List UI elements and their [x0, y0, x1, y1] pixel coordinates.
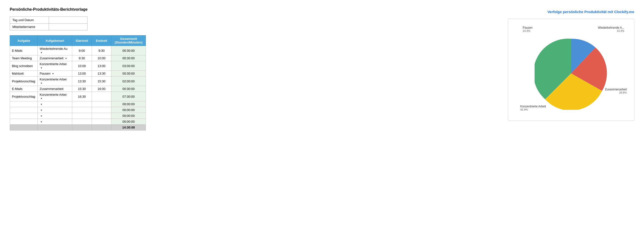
header-aufgabe: Aufgabe: [10, 35, 38, 46]
cell-art[interactable]: ▼: [38, 101, 72, 107]
cell-aufgabe: Mahlzeit: [10, 71, 38, 76]
cell-start: 10:00: [72, 61, 92, 71]
konzentriert-pct: 42.9%: [520, 108, 546, 111]
table-row: ProjektvorschlagKonzentrierte Arbei ▼16:…: [10, 92, 146, 101]
cell-art[interactable]: Zusammenarbeit: [38, 86, 72, 92]
dropdown-arrow[interactable]: ▼: [40, 97, 42, 100]
cell-aufgabe: Team Meeting: [10, 55, 38, 61]
dropdown-arrow[interactable]: ▼: [40, 67, 42, 69]
cell-end: [92, 92, 111, 101]
cell-art[interactable]: Wiederkehrende Au ▼: [38, 46, 72, 55]
cell-start: [72, 101, 92, 107]
label-tag-datum: Tag und Datum: [10, 17, 49, 23]
header-startzeit: Startzeit: [72, 35, 92, 46]
cell-end: 16:00: [92, 86, 111, 92]
cell-total: 07:30:00: [111, 92, 146, 101]
dropdown-arrow[interactable]: ▼: [40, 121, 42, 123]
total-empty-cell: [10, 125, 38, 130]
cell-total: 00:00:00: [111, 101, 146, 107]
header-endzeit: Endzeit: [92, 35, 111, 46]
cell-art[interactable]: Pausen ▼: [38, 71, 72, 76]
cell-art[interactable]: Konzentrierte Arbei ▼: [38, 92, 72, 101]
zusammenarbeit-pct: 28.6%: [605, 91, 627, 94]
label-wiederkehrend: Wiederkehrende A... 14.3%: [598, 26, 624, 32]
total-empty-cell: [72, 125, 92, 130]
dropdown-arrow[interactable]: ▼: [40, 103, 42, 106]
table-row: ▼00:00:00: [10, 119, 146, 125]
value-mitarbeitername[interactable]: [48, 23, 87, 30]
label-mitarbeitername: Mitarbeitername: [10, 23, 49, 30]
cell-art[interactable]: ▼: [38, 113, 72, 119]
wiederkehrend-pct: 14.3%: [598, 29, 624, 32]
cell-end: 13:30: [92, 71, 111, 76]
cell-art[interactable]: ▼: [38, 107, 72, 113]
cell-total: 00:00:00: [111, 113, 146, 119]
cell-start: [72, 119, 92, 125]
table-row: ProjektvorschlagKonzentrierte Arbei ▼13:…: [10, 76, 146, 86]
value-tag-datum[interactable]: [48, 17, 87, 23]
cell-art[interactable]: Konzentrierte Arbei ▼: [38, 76, 72, 86]
clockify-link[interactable]: Verfolge persönliche Produktivität mit C…: [548, 10, 634, 14]
cell-start: 13:00: [72, 71, 92, 76]
cell-aufgabe: [10, 101, 38, 107]
cell-total: 03:00:00: [111, 61, 146, 71]
cell-start: 9:00: [72, 46, 92, 55]
cell-start: 16:30: [72, 92, 92, 101]
cell-aufgabe: Projektvorschlag: [10, 92, 38, 101]
cell-start: [72, 107, 92, 113]
table-row: ▼00:00:00: [10, 107, 146, 113]
cell-end: [92, 107, 111, 113]
table-row: ▼00:00:00: [10, 101, 146, 107]
cell-aufgabe: [10, 107, 38, 113]
konzentriert-name: Konzentrierte Arbeit: [520, 105, 546, 108]
cell-start: [72, 113, 92, 119]
cell-start: 9:30: [72, 55, 92, 61]
cell-total: 00:30:00: [111, 46, 146, 55]
cell-aufgabe: [10, 119, 38, 125]
right-section: Verfolge persönliche Produktivität mit C…: [156, 7, 634, 121]
dropdown-arrow[interactable]: ▼: [40, 51, 42, 54]
dropdown-arrow[interactable]: ▼: [65, 57, 67, 60]
dropdown-arrow[interactable]: ▼: [52, 72, 54, 75]
label-konzentriert: Konzentrierte Arbeit 42.9%: [520, 105, 546, 111]
chart-container: Pausen 14.3% Wiederkehrende A... 14.3% Z…: [508, 19, 634, 121]
cell-art[interactable]: Konzentrierte Arbei ▼: [38, 61, 72, 71]
total-empty-cell: [92, 125, 111, 130]
pie-chart: [534, 37, 608, 110]
cell-art[interactable]: Zusammenarbeit ▼: [38, 55, 72, 61]
cell-aufgabe: [10, 113, 38, 119]
cell-end: [92, 101, 111, 107]
cell-start: 15:30: [72, 86, 92, 92]
table-row: E-MailsWiederkehrende Au ▼9:009:3000:30:…: [10, 46, 146, 55]
left-section: Persönliche-Produktivitäts-Berichtvorlag…: [10, 7, 146, 130]
label-pausen: Pausen 14.3%: [523, 26, 533, 32]
cell-total: 00:00:00: [111, 107, 146, 113]
dropdown-arrow[interactable]: ▼: [40, 82, 42, 85]
table-row: Team MeetingZusammenarbeit ▼9:3010:0000:…: [10, 55, 146, 61]
page-layout: Persönliche-Produktivitäts-Berichtvorlag…: [10, 7, 634, 130]
pausen-name: Pausen: [523, 26, 533, 29]
cell-total: 00:30:00: [111, 86, 146, 92]
cell-total: 02:00:00: [111, 76, 146, 86]
cell-total: 00:30:00: [111, 71, 146, 76]
header-gesamtzeit: Gesamtzeit (Stunden/Minuten): [111, 35, 146, 46]
cell-art[interactable]: ▼: [38, 119, 72, 125]
cell-total: 00:00:00: [111, 119, 146, 125]
wiederkehrend-name: Wiederkehrende A...: [598, 26, 624, 29]
cell-aufgabe: Projektvorschlag: [10, 76, 38, 86]
dropdown-arrow[interactable]: ▼: [40, 115, 42, 117]
table-row: Blog schreibenKonzentrierte Arbei ▼10:00…: [10, 61, 146, 71]
cell-end: 10:00: [92, 55, 111, 61]
total-empty-cell: [38, 125, 72, 130]
table-row: E-MailsZusammenarbeit15:3016:0000:30:00: [10, 86, 146, 92]
zusammenarbeit-name: Zusammenarbeit: [605, 88, 627, 91]
cell-aufgabe: E-Mails: [10, 46, 38, 55]
table-header-row: Aufgabe Aufgabenart Startzeit Endzeit Ge…: [10, 35, 146, 46]
grand-total: 14:30:00: [111, 125, 146, 130]
table-row: MahlzeitPausen ▼13:0013:3000:30:00: [10, 71, 146, 76]
report-title: Persönliche-Produktivitäts-Berichtvorlag…: [10, 7, 146, 12]
pausen-pct: 14.3%: [523, 29, 533, 32]
dropdown-arrow[interactable]: ▼: [40, 109, 42, 112]
cell-aufgabe: Blog schreiben: [10, 61, 38, 71]
table-row: ▼00:00:00: [10, 113, 146, 119]
